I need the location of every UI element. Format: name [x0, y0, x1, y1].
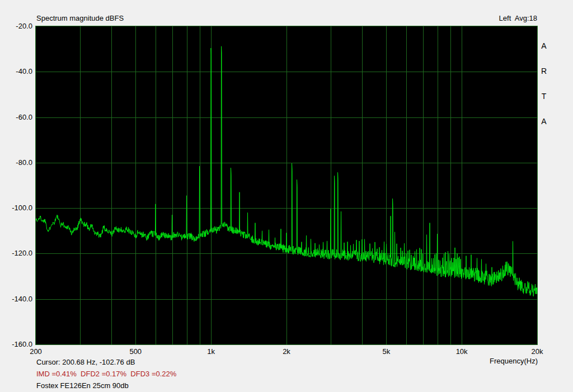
- device-note: Fostex FE126En 25cm 90db: [36, 381, 129, 390]
- x-tick-label: 5k: [382, 347, 390, 356]
- x-tick-label: 200: [30, 347, 42, 356]
- arta-letter: A: [538, 42, 549, 50]
- x-axis-title: Frequency(Hz): [490, 357, 538, 366]
- channel-average-label: Left Avg:18: [499, 14, 537, 23]
- grid-lines: [36, 26, 537, 344]
- arta-spectrum-window: Spectrum magnitude dBFS Left Avg:18 A R …: [0, 0, 573, 392]
- y-tick-label: -20.0: [0, 22, 32, 31]
- y-tick-label: -120.0: [0, 249, 32, 258]
- x-tick-label: 10k: [456, 347, 468, 356]
- plot-title: Spectrum magnitude dBFS: [36, 14, 124, 23]
- y-tick-label: -100.0: [0, 204, 32, 212]
- arta-logo-vertical: A R T A: [538, 25, 549, 143]
- imd-distortion-readout: IMD =0.41% DFD2 =0.17% DFD3 =0.22%: [36, 370, 176, 379]
- y-tick-label: -40.0: [0, 67, 32, 76]
- cursor-readout: Cursor: 200.68 Hz, -102.76 dB: [36, 358, 135, 367]
- y-tick-label: -140.0: [0, 295, 32, 304]
- arta-letter: T: [538, 92, 549, 101]
- y-tick-label: -80.0: [0, 158, 32, 167]
- y-tick-label: -60.0: [0, 113, 32, 122]
- spectrum-plot-area[interactable]: [35, 26, 538, 345]
- arta-letter: A: [538, 117, 549, 126]
- arta-letter: R: [538, 67, 549, 75]
- y-tick-label: -160.0: [0, 340, 32, 349]
- x-tick-label: 20k: [532, 347, 543, 356]
- x-tick-label: 2k: [283, 347, 290, 356]
- x-tick-label: 500: [129, 347, 142, 356]
- x-tick-label: 1k: [207, 347, 215, 356]
